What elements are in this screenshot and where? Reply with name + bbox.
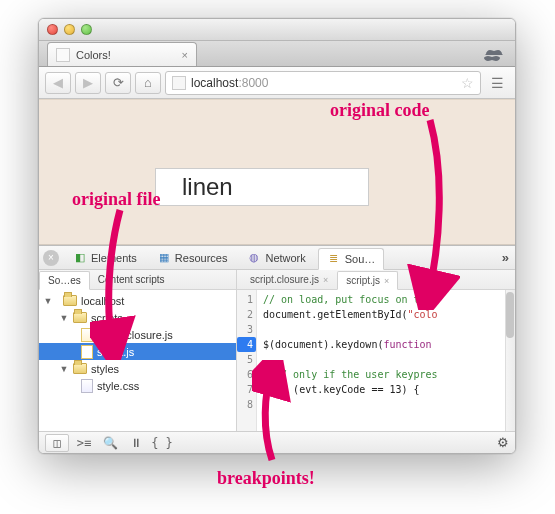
tree-scripts-label: scripts	[91, 312, 123, 324]
color-input[interactable]: linen	[155, 168, 369, 206]
line-number[interactable]: 6	[237, 367, 253, 382]
tree-host-label: localhost	[81, 295, 124, 307]
network-icon: ◍	[247, 251, 261, 265]
chrome-menu-button[interactable]: ☰	[485, 75, 509, 91]
incognito-icon	[481, 46, 509, 66]
url-host: localhost	[191, 76, 238, 90]
tab-resources-label: Resources	[175, 252, 228, 264]
settings-gear-icon[interactable]: ⚙	[497, 435, 509, 450]
code-token: "colo	[408, 309, 438, 320]
reload-button[interactable]: ⟳	[105, 72, 131, 94]
titlebar	[39, 19, 515, 41]
sidebar-tab-content-scripts[interactable]: Content scripts	[90, 271, 173, 288]
tree-file-closure[interactable]: script.closure.js	[39, 326, 236, 343]
sources-icon: ≣	[327, 252, 341, 266]
console-toggle-button[interactable]: >≡	[73, 434, 95, 452]
tree-file-script[interactable]: script.js	[39, 343, 236, 360]
code-content[interactable]: // on load, put focus on the document.ge…	[257, 290, 515, 431]
elements-icon: ◧	[73, 251, 87, 265]
tree-host[interactable]: ▼localhost	[39, 292, 236, 309]
line-gutter[interactable]: 1 2 3 4 5 6 7 8	[237, 290, 257, 431]
annotation-breakpoints: breakpoints!	[217, 468, 315, 489]
bookmark-star-icon[interactable]: ☆	[461, 75, 474, 91]
browser-toolbar: ◀ ▶ ⟳ ⌂ localhost:8000 ☆ ☰	[39, 67, 515, 99]
search-icon[interactable]: 🔍	[99, 434, 121, 452]
sidebar-tabs: So…es Content scripts	[39, 270, 236, 290]
code-token: document	[275, 339, 323, 350]
page-viewport: linen	[39, 99, 515, 245]
folder-icon	[63, 295, 77, 306]
tab-network-label: Network	[265, 252, 305, 264]
editor-tabs: script.closure.js× script.js×	[237, 270, 515, 290]
code-editor[interactable]: 1 2 3 4 5 6 7 8 // on load, put focus on…	[237, 290, 515, 431]
window-minimize-button[interactable]	[64, 24, 75, 35]
tree-folder-scripts[interactable]: ▼scripts	[39, 309, 236, 326]
close-icon[interactable]: ×	[323, 275, 328, 285]
pause-button[interactable]: ⏸	[125, 434, 147, 452]
close-icon[interactable]: ×	[384, 276, 389, 286]
tab-favicon	[56, 48, 70, 62]
editor-tab-script[interactable]: script.js×	[337, 271, 398, 290]
tree-file-css[interactable]: style.css	[39, 377, 236, 394]
tree-folder-styles[interactable]: ▼styles	[39, 360, 236, 377]
browser-tab[interactable]: Colors! ×	[47, 42, 197, 66]
devtools: × ◧Elements ▦Resources ◍Network ≣Sou… » …	[39, 245, 515, 453]
tree-styles-label: styles	[91, 363, 119, 375]
breakpoint-marker[interactable]: 4	[237, 337, 256, 352]
pretty-print-button[interactable]: { }	[151, 434, 173, 452]
tab-resources[interactable]: ▦Resources	[149, 248, 236, 268]
code-token: if	[263, 384, 287, 395]
omnibox[interactable]: localhost:8000 ☆	[165, 71, 481, 95]
sources-sidebar: So…es Content scripts ▼localhost ▼script…	[39, 270, 237, 431]
js-file-icon	[81, 328, 93, 342]
tab-close-icon[interactable]: ×	[182, 49, 188, 61]
code-token: function	[383, 339, 431, 350]
code-token: document	[263, 309, 311, 320]
code-token: ) {	[402, 384, 420, 395]
devtools-overflow-icon[interactable]: »	[502, 250, 509, 265]
code-token: (evt.keyCode ==	[287, 384, 389, 395]
url-port: :8000	[238, 76, 268, 90]
resources-icon: ▦	[157, 251, 171, 265]
back-button[interactable]: ◀	[45, 72, 71, 94]
browser-window: Colors! × ◀ ▶ ⟳ ⌂ localhost:8000 ☆ ☰ lin…	[38, 18, 516, 454]
dock-button[interactable]: ◫	[45, 434, 69, 452]
code-token: .getElementById(	[311, 309, 407, 320]
folder-icon	[73, 363, 87, 374]
line-number[interactable]: 3	[237, 322, 253, 337]
forward-button[interactable]: ▶	[75, 72, 101, 94]
tab-network[interactable]: ◍Network	[239, 248, 313, 268]
tree-css-label: style.css	[97, 380, 139, 392]
tab-title: Colors!	[76, 49, 111, 61]
home-button[interactable]: ⌂	[135, 72, 161, 94]
code-token: 13	[389, 384, 401, 395]
window-close-button[interactable]	[47, 24, 58, 35]
editor-tab-script-label: script.js	[346, 275, 380, 286]
line-number[interactable]: 5	[237, 352, 253, 367]
devtools-footer: ◫ >≡ 🔍 ⏸ { } ⚙	[39, 431, 515, 453]
sidebar-tab-sources[interactable]: So…es	[39, 271, 90, 290]
code-line: // only if the user keypres	[263, 369, 438, 380]
devtools-close-button[interactable]: ×	[43, 250, 59, 266]
css-file-icon	[81, 379, 93, 393]
sidebar-tab-sources-label: So…es	[48, 275, 81, 286]
editor-pane: script.closure.js× script.js× 1 2 3 4 5 …	[237, 270, 515, 431]
window-zoom-button[interactable]	[81, 24, 92, 35]
js-file-icon	[81, 345, 93, 359]
tree-script-label: script.js	[97, 346, 134, 358]
tab-sources[interactable]: ≣Sou…	[318, 248, 385, 270]
devtools-body: So…es Content scripts ▼localhost ▼script…	[39, 270, 515, 431]
line-number[interactable]: 7	[237, 382, 253, 397]
code-line: // on load, put focus on the	[263, 294, 432, 305]
tab-elements[interactable]: ◧Elements	[65, 248, 145, 268]
line-number[interactable]: 2	[237, 307, 253, 322]
code-token: $(	[263, 339, 275, 350]
vertical-scrollbar[interactable]	[505, 290, 515, 431]
editor-tab-closure[interactable]: script.closure.js×	[241, 270, 337, 289]
tree-closure-label: script.closure.js	[97, 329, 173, 341]
line-number[interactable]: 1	[237, 292, 253, 307]
tab-sources-label: Sou…	[345, 253, 376, 265]
line-number[interactable]: 8	[237, 397, 253, 412]
scrollbar-thumb[interactable]	[506, 292, 514, 338]
traffic-lights	[47, 24, 92, 35]
